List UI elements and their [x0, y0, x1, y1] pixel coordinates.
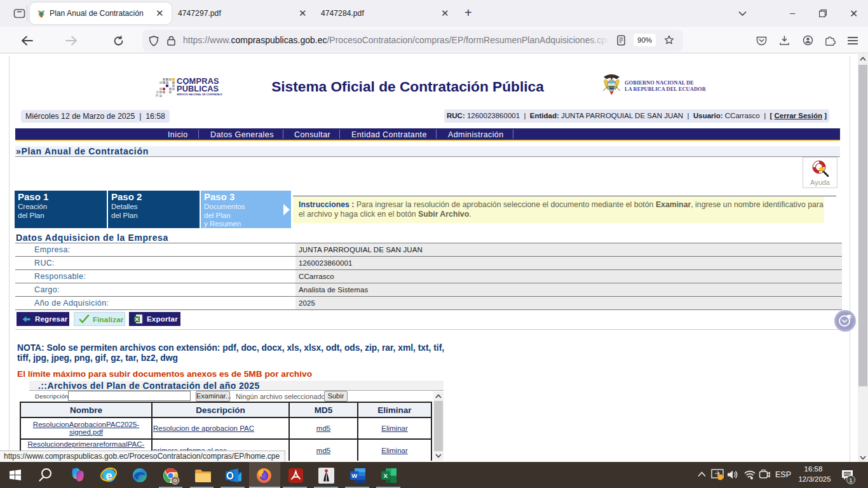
svg-text:GOBIERNO NACIONAL DE: GOBIERNO NACIONAL DE: [625, 80, 694, 86]
svg-text:X: X: [384, 472, 388, 479]
svg-text:G: G: [173, 478, 177, 484]
svg-text:LA REPUBLICA DEL ECUADOR: LA REPUBLICA DEL ECUADOR: [625, 86, 707, 92]
svg-text:1: 1: [849, 477, 852, 484]
svg-text:W: W: [351, 472, 357, 479]
